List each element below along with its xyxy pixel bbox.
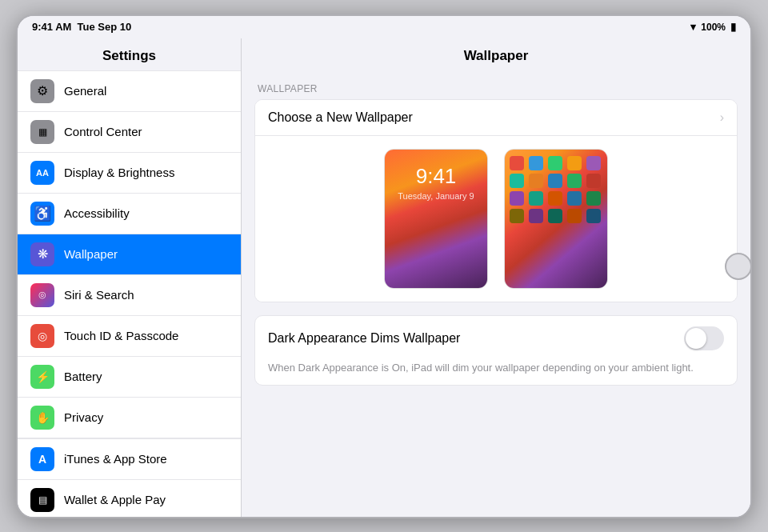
home-button[interactable]	[725, 253, 752, 280]
sidebar-label-accessibility: Accessibility	[64, 206, 130, 220]
wallpaper-icon: ❋	[30, 242, 54, 266]
app-dot	[529, 209, 543, 223]
sidebar-label-siri: Siri & Search	[64, 288, 134, 302]
right-panel: Wallpaper WALLPAPER Choose a New Wallpap…	[242, 38, 750, 517]
dark-appearance-description: When Dark Appearance is On, iPad will di…	[255, 361, 737, 385]
wallpaper-card: Choose a New Wallpaper › 9:41 Tuesday, J…	[254, 99, 738, 302]
sidebar-label-control: Control Center	[64, 125, 142, 138]
app-dot	[510, 191, 524, 206]
wifi-icon: ▾	[690, 21, 696, 33]
sidebar-label-wallpaper: Wallpaper	[64, 247, 118, 261]
app-dot	[567, 209, 582, 223]
dark-appearance-row: Dark Appearance Dims Wallpaper	[255, 316, 737, 361]
lock-screen-time: 9:41	[416, 164, 457, 189]
sidebar-label-display: Display & Brightness	[64, 166, 174, 179]
sidebar-label-wallet: Wallet & Apple Pay	[64, 493, 166, 506]
sidebar-item-display[interactable]: AA Display & Brightness	[18, 153, 241, 194]
app-dot	[548, 156, 562, 170]
battery-icon: ▮	[730, 21, 736, 33]
accessibility-icon: ♿	[30, 202, 54, 226]
control-center-icon: ▦	[30, 120, 54, 144]
main-content: Settings ⚙ General ▦ Control Center AA D…	[18, 38, 750, 517]
app-dot	[586, 156, 601, 170]
lock-screen-date: Tuesday, January 9	[398, 191, 474, 201]
status-right: ▾ 100% ▮	[690, 21, 736, 33]
display-icon: AA	[30, 161, 54, 185]
itunes-icon: A	[30, 447, 54, 471]
app-dot	[586, 191, 601, 206]
section-header-wallpaper: WALLPAPER	[242, 70, 750, 99]
choose-wallpaper-row[interactable]: Choose a New Wallpaper ›	[255, 100, 737, 136]
privacy-icon: ✋	[30, 406, 54, 430]
app-dot	[510, 156, 524, 170]
panel-title: Wallpaper	[242, 38, 750, 70]
app-dot	[586, 209, 601, 223]
sidebar-title: Settings	[18, 38, 241, 70]
home-screen-preview	[504, 149, 608, 289]
battery-setting-icon: ⚡	[30, 365, 54, 389]
siri-icon: ◎	[30, 283, 54, 307]
sidebar-group-2: A iTunes & App Store ▤ Wallet & Apple Pa…	[18, 438, 241, 517]
app-dot	[510, 174, 524, 188]
sidebar-label-touchid: Touch ID & Passcode	[64, 329, 178, 342]
app-dot	[529, 156, 543, 170]
app-dot	[510, 209, 524, 223]
dark-appearance-label: Dark Appearance Dims Wallpaper	[268, 331, 460, 346]
wallet-icon: ▤	[30, 488, 54, 512]
sidebar-group-1: ⚙ General ▦ Control Center AA Display & …	[18, 70, 241, 438]
sidebar-label-itunes: iTunes & App Store	[64, 452, 167, 466]
sidebar-item-siri[interactable]: ◎ Siri & Search	[18, 275, 241, 316]
sidebar-item-wallet[interactable]: ▤ Wallet & Apple Pay	[18, 480, 241, 517]
toggle-knob	[686, 328, 706, 349]
sidebar-item-accessibility[interactable]: ♿ Accessibility	[18, 194, 241, 234]
sidebar-item-itunes[interactable]: A iTunes & App Store	[18, 438, 241, 480]
app-dot	[529, 174, 543, 188]
status-bar: 9:41 AM Tue Sep 10 ▾ 100% ▮	[18, 16, 750, 38]
wallpaper-previews: 9:41 Tuesday, January 9	[255, 136, 737, 302]
sidebar: Settings ⚙ General ▦ Control Center AA D…	[18, 38, 242, 517]
app-dot	[548, 174, 562, 188]
app-dot	[567, 174, 582, 188]
app-dot	[548, 191, 562, 206]
touchid-icon: ◎	[30, 324, 54, 348]
dark-appearance-toggle[interactable]	[684, 326, 724, 350]
app-dot	[548, 209, 562, 223]
home-screen-wallpaper	[505, 150, 607, 288]
lock-screen-preview: 9:41 Tuesday, January 9	[384, 149, 488, 289]
status-time: 9:41 AM Tue Sep 10	[32, 21, 131, 33]
sidebar-label-privacy: Privacy	[64, 410, 103, 424]
ipad-frame: 9:41 AM Tue Sep 10 ▾ 100% ▮ Settings ⚙ G…	[16, 14, 752, 518]
sidebar-item-touchid[interactable]: ◎ Touch ID & Passcode	[18, 316, 241, 357]
app-dot	[567, 156, 582, 170]
sidebar-label-general: General	[64, 84, 106, 98]
choose-wallpaper-label: Choose a New Wallpaper	[268, 110, 413, 125]
gear-icon: ⚙	[30, 79, 54, 103]
app-dot	[586, 174, 601, 188]
battery-percent: 100%	[701, 22, 726, 33]
sidebar-item-battery[interactable]: ⚡ Battery	[18, 357, 241, 398]
sidebar-item-privacy[interactable]: ✋ Privacy	[18, 398, 241, 438]
app-grid	[510, 156, 602, 223]
sidebar-item-general[interactable]: ⚙ General	[18, 70, 241, 112]
sidebar-label-battery: Battery	[64, 370, 102, 383]
sidebar-item-wallpaper[interactable]: ❋ Wallpaper	[18, 234, 241, 275]
app-dot	[529, 191, 543, 206]
chevron-right-icon: ›	[720, 110, 724, 125]
dark-appearance-section: Dark Appearance Dims Wallpaper When Dark…	[254, 315, 738, 386]
sidebar-item-control[interactable]: ▦ Control Center	[18, 112, 241, 153]
app-dot	[567, 191, 582, 206]
lock-screen-wallpaper: 9:41 Tuesday, January 9	[385, 150, 487, 288]
